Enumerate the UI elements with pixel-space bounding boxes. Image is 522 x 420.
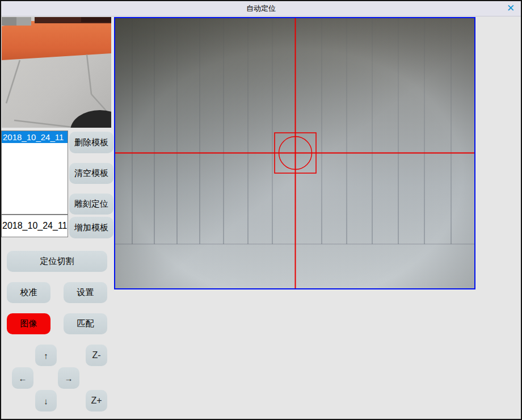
jog-up-button[interactable]: ↑ <box>35 345 57 366</box>
auto-position-dialog: 自动定位 ✕ 20 <box>0 0 522 420</box>
template-list[interactable]: 2018_10_24_11 <box>1 131 68 215</box>
template-name-input[interactable] <box>1 215 68 237</box>
template-list-item[interactable]: 2018_10_24_11 <box>2 131 68 143</box>
dialog-title: 自动定位 <box>1 1 521 16</box>
jog-right-button[interactable]: → <box>58 367 79 389</box>
camera-feed <box>115 18 474 288</box>
close-icon[interactable]: ✕ <box>504 2 517 15</box>
settings-button[interactable]: 设置 <box>64 282 107 303</box>
jog-down-button[interactable]: ↓ <box>35 390 57 411</box>
match-button[interactable]: 匹配 <box>64 313 107 334</box>
jog-z-minus-button[interactable]: Z- <box>86 345 107 366</box>
camera-view <box>114 17 475 289</box>
clear-templates-button[interactable]: 清空模板 <box>69 163 113 184</box>
delete-template-button[interactable]: 删除模板 <box>69 132 113 153</box>
calibrate-button[interactable]: 校准 <box>7 282 50 303</box>
title-bar: 自动定位 <box>1 1 521 16</box>
add-template-button[interactable]: 增加模板 <box>69 217 113 238</box>
template-preview-image <box>2 17 111 128</box>
position-cut-button[interactable]: 定位切割 <box>7 251 107 272</box>
image-button[interactable]: 图像 <box>7 313 50 334</box>
jog-left-button[interactable]: ← <box>12 367 33 389</box>
engrave-position-button[interactable]: 雕刻定位 <box>69 194 113 215</box>
jog-z-plus-button[interactable]: Z+ <box>86 390 107 411</box>
